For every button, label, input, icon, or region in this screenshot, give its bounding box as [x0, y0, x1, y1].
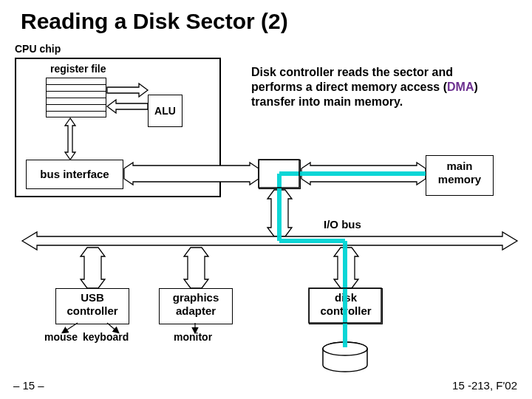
diagram-svg	[0, 0, 532, 399]
graphics-bus-arrow	[184, 248, 208, 288]
svg-line-1	[107, 323, 118, 332]
regfile-alu-arrows	[107, 83, 148, 113]
usb-peripheral-lines	[63, 323, 118, 332]
regfile-busif-arrow	[65, 118, 75, 160]
svg-line-0	[63, 323, 78, 332]
usb-bus-arrow	[81, 248, 105, 288]
system-bus-arrow	[124, 163, 259, 185]
